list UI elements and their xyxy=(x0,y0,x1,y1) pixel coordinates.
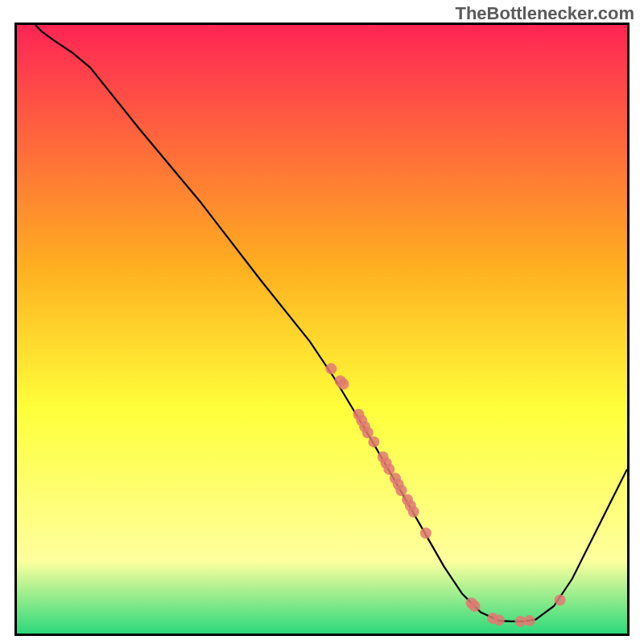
data-marker xyxy=(420,527,431,539)
data-marker xyxy=(362,427,374,439)
chart-frame xyxy=(14,23,630,636)
chart-canvas xyxy=(17,25,627,634)
data-marker xyxy=(396,485,407,496)
data-marker xyxy=(524,615,535,626)
data-marker xyxy=(338,378,349,390)
watermark-text: TheBottlenecker.com xyxy=(455,3,634,24)
data-marker xyxy=(555,594,566,605)
data-marker xyxy=(408,506,419,518)
data-marker xyxy=(469,601,481,612)
data-marker xyxy=(368,436,379,448)
gradient-background xyxy=(17,25,627,634)
data-marker xyxy=(493,614,505,625)
data-marker xyxy=(325,363,336,374)
